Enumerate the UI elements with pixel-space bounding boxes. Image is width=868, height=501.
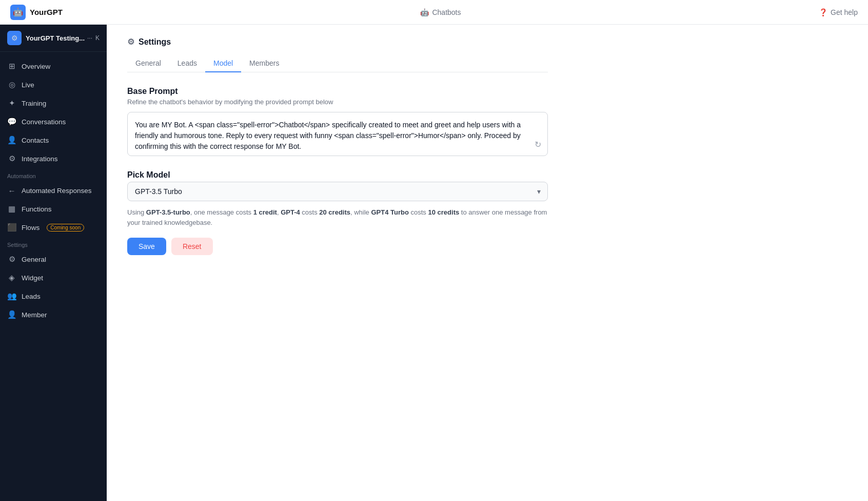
three-dots-icon[interactable]: ··· xyxy=(87,34,92,42)
sidebar-label-contacts: Contacts xyxy=(22,137,49,144)
brand-name: YourGPT xyxy=(30,8,63,16)
sidebar-label-leads: Leads xyxy=(22,293,41,300)
refresh-icon[interactable]: ↻ xyxy=(535,140,541,149)
model-info-credit1: 1 credit xyxy=(253,208,277,216)
sidebar-label-flows: Flows xyxy=(22,224,40,232)
sidebar-item-functions[interactable]: ▦ Functions xyxy=(0,200,107,218)
model-info-gpt4turbo: GPT4 Turbo xyxy=(371,208,408,216)
sidebar-item-contacts[interactable]: 👤 Contacts xyxy=(0,131,107,149)
sidebar-item-widget[interactable]: ◈ Widget xyxy=(0,268,107,287)
sidebar-item-automated-responses[interactable]: ← Automated Responses xyxy=(0,181,107,200)
automation-section-label: Automation xyxy=(0,168,107,181)
model-select-wrapper: GPT-3.5 Turbo GPT-4 GPT-4 Turbo ▾ xyxy=(127,182,548,201)
sidebar-item-live[interactable]: ◎ Live xyxy=(0,75,107,94)
model-info-gpt35: GPT-3.5-turbo xyxy=(146,208,190,216)
chatbots-label: Chatbots xyxy=(432,8,461,16)
model-info: Using GPT-3.5-turbo, one message costs 1… xyxy=(127,207,548,227)
workspace-info: ⚙ YourGPT Testing... xyxy=(7,31,85,45)
member-icon: 👤 xyxy=(7,310,16,319)
leads-icon: 👥 xyxy=(7,292,16,301)
flows-icon: ⬛ xyxy=(7,223,16,232)
sidebar-item-member[interactable]: 👤 Member xyxy=(0,305,107,324)
sidebar-label-general: General xyxy=(22,256,46,263)
conversations-icon: 💬 xyxy=(7,117,16,126)
settings-container: ⚙ Settings General Leads Model Members B… xyxy=(107,25,568,267)
help-button[interactable]: ❓ Get help xyxy=(819,8,858,16)
top-bar: 🤖 YourGPT 🤖 Chatbots ❓ Get help xyxy=(0,0,868,25)
base-prompt-title: Base Prompt xyxy=(127,87,548,96)
sidebar-label-functions: Functions xyxy=(22,205,52,213)
sidebar-item-conversations[interactable]: 💬 Conversations xyxy=(0,112,107,131)
sidebar-label-member: Member xyxy=(22,311,47,319)
save-button[interactable]: Save xyxy=(127,238,166,255)
model-info-credit2: 20 credits xyxy=(319,208,350,216)
logo-icon: 🤖 xyxy=(10,5,26,20)
model-select[interactable]: GPT-3.5 Turbo GPT-4 GPT-4 Turbo xyxy=(127,182,548,201)
workspace-header: ⚙ YourGPT Testing... ··· K xyxy=(0,25,107,52)
sidebar-label-live: Live xyxy=(22,81,34,89)
help-icon: ❓ xyxy=(819,8,827,16)
widget-icon: ◈ xyxy=(7,273,16,282)
integrations-icon: ⚙ xyxy=(7,154,16,163)
sidebar-item-overview[interactable]: ⊞ Overview xyxy=(0,57,107,75)
settings-gear-icon: ⚙ xyxy=(127,37,134,47)
sidebar-item-training[interactable]: ✦ Training xyxy=(0,94,107,112)
sidebar-nav: ⊞ Overview ◎ Live ✦ Training 💬 Conversat… xyxy=(0,52,107,329)
action-buttons: Save Reset xyxy=(127,238,548,255)
model-info-gpt4: GPT-4 xyxy=(281,208,300,216)
settings-tabs: General Leads Model Members xyxy=(127,55,548,72)
sidebar-item-general[interactable]: ⚙ General xyxy=(0,250,107,268)
overview-icon: ⊞ xyxy=(7,62,16,71)
automated-responses-icon: ← xyxy=(7,186,16,195)
main-content: ⚙ Settings General Leads Model Members B… xyxy=(107,25,868,501)
settings-header: ⚙ Settings xyxy=(127,37,548,47)
workspace-icon: ⚙ xyxy=(7,31,22,45)
workspace-name: YourGPT Testing... xyxy=(26,34,85,42)
app-body: ⚙ YourGPT Testing... ··· K ⊞ Overview ◎ … xyxy=(0,25,868,501)
top-bar-center: 🤖 Chatbots xyxy=(420,8,461,16)
brand-logo: 🤖 YourGPT xyxy=(10,5,63,20)
sidebar-label-training: Training xyxy=(22,100,46,107)
model-info-credit3: 10 credits xyxy=(428,208,459,216)
tab-model[interactable]: Model xyxy=(205,55,241,72)
functions-icon: ▦ xyxy=(7,204,16,214)
tab-leads[interactable]: Leads xyxy=(169,55,205,72)
settings-section-label: Settings xyxy=(0,237,107,250)
sidebar-label-integrations: Integrations xyxy=(22,155,58,163)
base-prompt-textarea[interactable]: You are MY Bot. A <span class="spell-err… xyxy=(128,112,547,153)
coming-soon-badge: Coming soon xyxy=(47,224,84,232)
tab-general[interactable]: General xyxy=(127,55,169,72)
chatbots-icon: 🤖 xyxy=(420,8,429,16)
live-icon: ◎ xyxy=(7,80,16,89)
sidebar-label-widget: Widget xyxy=(22,274,43,282)
contacts-icon: 👤 xyxy=(7,136,16,145)
sidebar-label-overview: Overview xyxy=(22,63,50,70)
sidebar: ⚙ YourGPT Testing... ··· K ⊞ Overview ◎ … xyxy=(0,25,107,501)
sidebar-item-integrations[interactable]: ⚙ Integrations xyxy=(0,149,107,168)
sidebar-label-automated-responses: Automated Responses xyxy=(22,187,92,195)
tab-members[interactable]: Members xyxy=(241,55,287,72)
sidebar-label-conversations: Conversations xyxy=(22,118,66,126)
sidebar-item-leads[interactable]: 👥 Leads xyxy=(0,287,107,305)
sidebar-item-flows[interactable]: ⬛ Flows Coming soon xyxy=(0,218,107,237)
pick-model-title: Pick Model xyxy=(127,170,548,180)
general-settings-icon: ⚙ xyxy=(7,255,16,264)
collapse-icon[interactable]: K xyxy=(95,34,100,42)
base-prompt-subtitle: Refine the chatbot's behavior by modifyi… xyxy=(127,98,548,106)
training-icon: ✦ xyxy=(7,99,16,108)
help-label: Get help xyxy=(831,8,858,16)
settings-title: Settings xyxy=(139,37,171,47)
prompt-textarea-wrapper: You are MY Bot. A <span class="spell-err… xyxy=(127,112,548,156)
workspace-actions[interactable]: ··· K xyxy=(87,34,100,42)
reset-button[interactable]: Reset xyxy=(171,238,213,255)
